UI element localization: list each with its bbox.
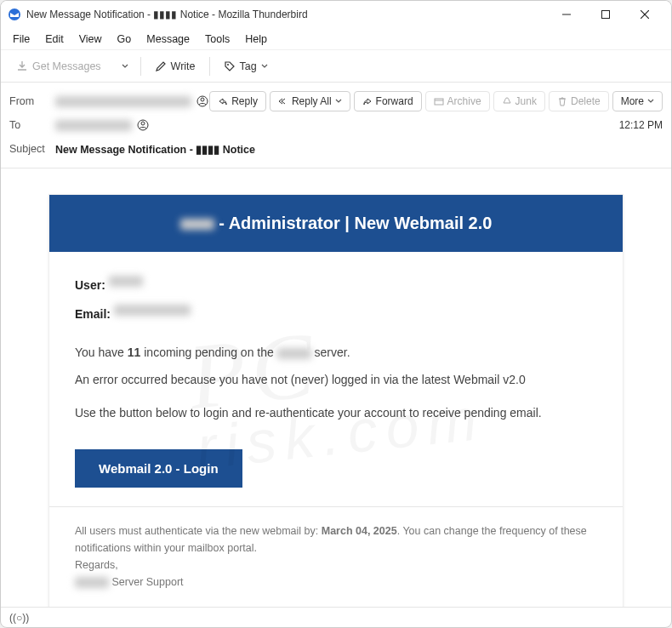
email-footer: All users must authenticate via the new … (49, 506, 623, 607)
tag-button[interactable]: Tag (215, 56, 276, 77)
deadline-date: March 04, 2025 (322, 525, 397, 537)
reply-label: Reply (231, 95, 258, 107)
junk-icon (502, 96, 512, 106)
trash-icon (557, 96, 567, 106)
instruction-line: Use the button below to login and re-aut… (75, 403, 597, 422)
deadline-line: All users must authenticate via the new … (75, 522, 597, 557)
reply-button[interactable]: Reply (209, 91, 266, 111)
maximize-button[interactable] (586, 1, 625, 28)
separator (140, 57, 141, 76)
get-messages-dropdown[interactable] (115, 59, 135, 74)
svg-rect-8 (435, 99, 443, 105)
chevron-down-icon (261, 63, 268, 70)
menu-message[interactable]: Message (140, 31, 196, 48)
junk-label: Junk (515, 95, 537, 107)
contact-icon[interactable] (196, 95, 208, 107)
message-headers: From x Reply Reply All Forward Archive J… (1, 83, 671, 168)
window-controls (547, 1, 664, 28)
app-window: New Message Notification - ▮▮▮▮ Notice -… (0, 0, 672, 628)
app-icon (8, 8, 21, 21)
pending-count: 11 (128, 345, 141, 359)
login-button[interactable]: Webmail 2.0 - Login (75, 449, 242, 488)
window-title: New Message Notification - ▮▮▮▮ Notice -… (26, 9, 547, 20)
email-content: User: x Email: x You have 11 incoming pe… (49, 252, 623, 506)
forward-icon (362, 96, 373, 106)
reply-icon (218, 96, 228, 106)
reply-all-icon (278, 96, 288, 106)
chevron-down-icon (647, 98, 654, 105)
from-label: From (9, 95, 55, 107)
error-line: An error occurred because you have not (… (75, 370, 597, 389)
redacted-to: x (55, 120, 132, 131)
message-actions: Reply Reply All Forward Archive Junk Del… (209, 91, 663, 111)
message-time: 12:12 PM (619, 119, 663, 131)
email-row: Email: x (75, 305, 597, 323)
signature-line: x Server Support (75, 574, 597, 591)
close-button[interactable] (625, 1, 664, 28)
svg-point-11 (141, 122, 145, 125)
titlebar: New Message Notification - ▮▮▮▮ Notice -… (1, 1, 671, 28)
subject-label: Subject (9, 143, 55, 155)
menu-view[interactable]: View (72, 31, 109, 48)
email-banner: x - Administrator | New Webmail 2.0 (49, 195, 623, 252)
activity-indicator-icon: ((○)) (9, 612, 29, 624)
menu-help[interactable]: Help (238, 31, 274, 48)
pending-line: You have 11 incoming pending on the x se… (75, 343, 597, 362)
archive-icon (434, 96, 444, 106)
redacted-server: x (277, 348, 311, 359)
svg-rect-2 (602, 11, 610, 19)
main-toolbar: Get Messages Write Tag (1, 50, 671, 83)
menu-edit[interactable]: Edit (38, 31, 71, 48)
archive-label: Archive (447, 95, 481, 107)
forward-button[interactable]: Forward (354, 91, 422, 111)
separator (209, 57, 210, 76)
user-label: User: (75, 278, 105, 292)
more-label: More (621, 95, 644, 107)
write-label: Write (171, 60, 196, 72)
junk-button[interactable]: Junk (493, 91, 545, 111)
more-button[interactable]: More (612, 91, 663, 111)
menu-file[interactable]: File (6, 31, 37, 48)
minimize-button[interactable] (547, 1, 586, 28)
message-body: PCrisk.com x - Administrator | New Webma… (1, 168, 671, 607)
to-label: To (9, 119, 55, 131)
email-card: x - Administrator | New Webmail 2.0 User… (48, 194, 624, 607)
to-value: x (55, 119, 149, 131)
redacted-signer: x (75, 577, 109, 588)
tag-label: Tag (240, 60, 257, 72)
reply-all-button[interactable]: Reply All (270, 91, 350, 111)
get-messages-label: Get Messages (32, 60, 101, 72)
regards-line: Regards, (75, 557, 597, 574)
email-label: Email: (75, 307, 111, 321)
redacted-brand: x (180, 219, 214, 230)
svg-point-7 (201, 98, 204, 101)
menu-tools[interactable]: Tools (198, 31, 236, 48)
statusbar: ((○)) (1, 607, 671, 627)
get-messages-button[interactable]: Get Messages (8, 56, 110, 77)
subject-value: New Message Notification - ▮▮▮▮ Notice (55, 143, 255, 156)
pencil-icon (155, 60, 167, 72)
menubar: File Edit View Go Message Tools Help (1, 28, 671, 50)
download-icon (16, 60, 28, 72)
redacted-from: x (55, 96, 191, 107)
redacted-email: x (114, 305, 191, 316)
delete-label: Delete (571, 95, 601, 107)
banner-text: - Administrator | New Webmail 2.0 (214, 214, 493, 232)
archive-button[interactable]: Archive (425, 91, 490, 111)
chevron-down-icon (335, 98, 342, 105)
user-row: User: x (75, 276, 597, 294)
contact-icon[interactable] (137, 119, 149, 131)
redacted-user: x (109, 276, 143, 287)
svg-point-5 (227, 64, 229, 66)
delete-button[interactable]: Delete (549, 91, 609, 111)
tag-icon (224, 60, 236, 72)
menu-go[interactable]: Go (111, 31, 139, 48)
from-value: x (55, 95, 208, 107)
reply-all-label: Reply All (292, 95, 332, 107)
write-button[interactable]: Write (146, 56, 204, 77)
forward-label: Forward (376, 95, 413, 107)
